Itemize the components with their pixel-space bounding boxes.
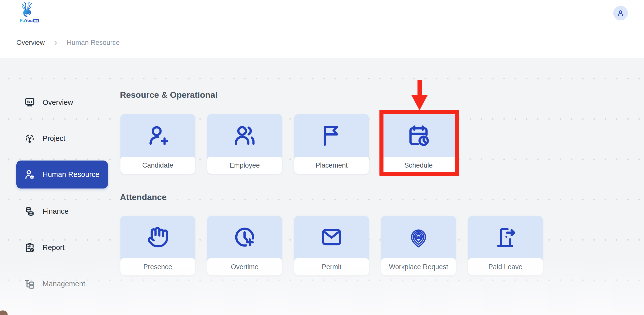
card-icon-area xyxy=(120,114,195,157)
move-3d-icon xyxy=(24,133,36,144)
card-label: Permit xyxy=(294,258,369,275)
sidebar-item-finance[interactable]: Finance xyxy=(16,197,108,225)
card-icon-area xyxy=(294,114,369,157)
clock-plus-icon xyxy=(232,225,257,250)
breadcrumb-overview[interactable]: Overview xyxy=(16,39,45,47)
card-label: Presence xyxy=(120,258,195,275)
sidebar-item-label: Report xyxy=(43,243,65,252)
sidebar-item-label: Project xyxy=(43,134,65,143)
mail-icon xyxy=(319,225,344,249)
card-label: Workplace Request xyxy=(381,258,456,275)
sidebar-item-report[interactable]: Report xyxy=(16,234,108,262)
sidebar-item-label: Finance xyxy=(43,207,69,215)
pin-home-icon xyxy=(406,225,431,249)
logo-wordmark: PaYouHR xyxy=(20,18,39,23)
decorative-corner-shape xyxy=(0,310,8,315)
sidebar-item-project[interactable]: Project xyxy=(16,124,108,152)
logo-text-you: You xyxy=(25,18,33,23)
card-icon-area xyxy=(468,216,543,258)
hand-icon xyxy=(146,225,170,249)
sidebar-item-label: Overview xyxy=(43,98,73,107)
person-icon xyxy=(616,9,625,17)
card-schedule[interactable]: Schedule xyxy=(381,114,456,174)
card-workplace-request[interactable]: Workplace Request xyxy=(381,216,456,275)
annotation-arrow-stem xyxy=(417,80,422,96)
card-icon-area xyxy=(120,216,195,258)
card-paid-leave[interactable]: Paid Leave xyxy=(468,216,543,275)
card-label: Schedule xyxy=(381,157,456,174)
card-employee[interactable]: Employee xyxy=(207,114,282,174)
annotation-arrow-icon xyxy=(411,95,428,110)
card-permit[interactable]: Permit xyxy=(294,216,369,275)
card-label: Employee xyxy=(207,157,282,174)
monitor-chart-icon xyxy=(24,97,36,108)
card-candidate[interactable]: Candidate xyxy=(120,114,195,174)
card-label: Paid Leave xyxy=(468,258,543,275)
breadcrumb-human-resource: Human Resource xyxy=(67,39,120,47)
sidebar-item-human-resource[interactable]: Human Resource xyxy=(16,161,108,188)
user-avatar-button[interactable] xyxy=(613,6,628,20)
sidebar-item-label: Human Resource xyxy=(43,170,100,179)
hierarchy-icon xyxy=(24,278,36,290)
content-area: Overview Project Human Resourc xyxy=(0,58,644,315)
user-gear-icon xyxy=(24,169,36,180)
section-title-resource-operational: Resource & Operational xyxy=(120,90,217,100)
card-icon-area xyxy=(381,216,456,258)
flag-icon xyxy=(319,123,344,148)
door-exit-icon xyxy=(493,225,518,250)
card-label: Placement xyxy=(294,157,369,174)
logo-hr-badge: HR xyxy=(33,19,39,22)
user-plus-icon xyxy=(145,123,170,148)
card-presence[interactable]: Presence xyxy=(120,216,195,275)
breadcrumb-separator-icon: › xyxy=(54,38,57,46)
card-icon-area xyxy=(381,114,456,157)
card-icon-area xyxy=(294,216,369,258)
users-icon xyxy=(232,123,257,148)
card-label: Overtime xyxy=(207,258,282,275)
card-icon-area xyxy=(207,114,282,157)
breadcrumb: Overview › Human Resource xyxy=(16,28,120,58)
card-placement[interactable]: Placement xyxy=(294,114,369,174)
section-title-attendance: Attendance xyxy=(120,192,167,202)
coins-icon xyxy=(24,206,36,217)
clipboard-clock-icon xyxy=(24,242,36,254)
deer-logo-icon xyxy=(19,2,35,18)
card-icon-area xyxy=(207,216,282,258)
sidebar-item-label: Management xyxy=(43,280,85,288)
logo-text-pa: Pa xyxy=(20,18,25,23)
app-logo[interactable]: PaYouHR xyxy=(19,2,42,26)
card-label: Candidate xyxy=(120,157,195,174)
card-overtime[interactable]: Overtime xyxy=(207,216,282,275)
sidebar-item-overview[interactable]: Overview xyxy=(16,88,108,116)
calendar-clock-icon xyxy=(406,123,431,148)
top-bar: PaYouHR xyxy=(0,0,644,27)
sidebar-item-management[interactable]: Management xyxy=(16,270,108,298)
breadcrumb-bar: Overview › Human Resource xyxy=(0,28,644,58)
